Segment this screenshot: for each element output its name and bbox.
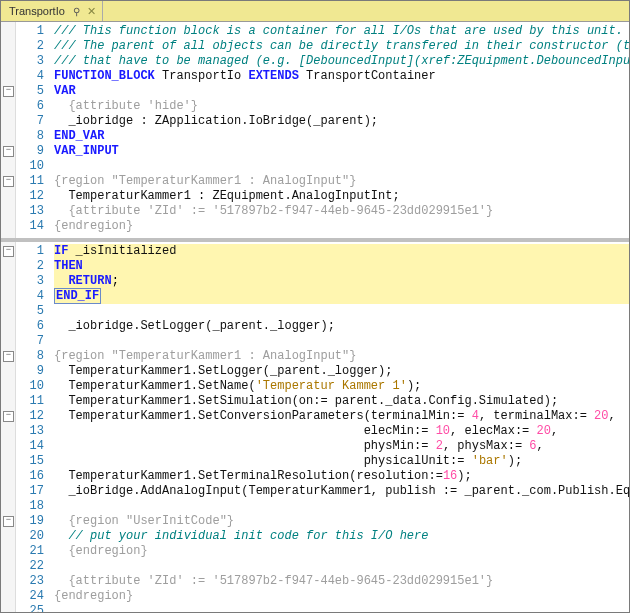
code-line[interactable]: /// This function block is a container f… (54, 24, 629, 39)
code-line[interactable]: _iobridge.SetLogger(_parent._logger); (54, 319, 629, 334)
pin-icon[interactable]: ⚲ (73, 4, 80, 19)
code-line[interactable] (54, 604, 629, 612)
line-number: 6 (16, 319, 44, 334)
code-area-bottom[interactable]: IF _isInitializedTHEN RETURN;END_IF _iob… (48, 242, 629, 612)
fold-toggle-icon[interactable]: − (3, 146, 14, 157)
split-panes: −−− 1234567891011121314 /// This functio… (1, 22, 629, 612)
code-line[interactable]: {attribute 'hide'} (54, 99, 629, 114)
code-line[interactable] (54, 559, 629, 574)
editor-window: TransportIo ⚲ ✕ −−− 1234567891011121314 … (0, 0, 630, 613)
line-number: 13 (16, 204, 44, 219)
code-line[interactable]: {attribute 'ZId' := '517897b2-f947-44eb-… (54, 204, 629, 219)
tab-transportio[interactable]: TransportIo ⚲ ✕ (1, 1, 103, 21)
line-number: 7 (16, 114, 44, 129)
line-number: 24 (16, 589, 44, 604)
code-line[interactable] (54, 499, 629, 514)
tab-bar: TransportIo ⚲ ✕ (1, 1, 629, 22)
line-number: 10 (16, 159, 44, 174)
code-line[interactable]: {region "TemperaturKammer1 : AnalogInput… (54, 174, 629, 189)
code-area-top[interactable]: /// This function block is a container f… (48, 22, 629, 238)
code-line[interactable]: TemperaturKammer1.SetName('Temperatur Ka… (54, 379, 629, 394)
code-line[interactable]: END_VAR (54, 129, 629, 144)
line-gutter-top: 1234567891011121314 (16, 22, 48, 238)
line-number: 3 (16, 54, 44, 69)
line-number: 18 (16, 499, 44, 514)
line-number: 22 (16, 559, 44, 574)
line-number: 9 (16, 144, 44, 159)
fold-toggle-icon[interactable]: − (3, 246, 14, 257)
fold-toggle-icon[interactable]: − (3, 411, 14, 422)
code-line[interactable]: /// The parent of all objects can be dir… (54, 39, 629, 54)
code-line[interactable]: physicalUnit:= 'bar'); (54, 454, 629, 469)
line-number: 1 (16, 244, 44, 259)
line-number: 11 (16, 174, 44, 189)
code-line[interactable]: {endregion} (54, 589, 629, 604)
line-number: 21 (16, 544, 44, 559)
code-line[interactable]: {endregion} (54, 219, 629, 234)
line-number: 9 (16, 364, 44, 379)
code-line[interactable]: THEN (54, 259, 629, 274)
line-number: 1 (16, 24, 44, 39)
line-number: 12 (16, 409, 44, 424)
line-number: 13 (16, 424, 44, 439)
line-number: 14 (16, 439, 44, 454)
code-line[interactable]: TemperaturKammer1.SetSimulation(on:= par… (54, 394, 629, 409)
code-line[interactable] (54, 334, 629, 349)
code-line[interactable]: TemperaturKammer1.SetTerminalResolution(… (54, 469, 629, 484)
line-number: 23 (16, 574, 44, 589)
declaration-pane: −−− 1234567891011121314 /// This functio… (1, 22, 629, 242)
code-line[interactable]: TemperaturKammer1 : ZEquipment.AnalogInp… (54, 189, 629, 204)
code-line[interactable]: TemperaturKammer1.SetLogger(_parent._log… (54, 364, 629, 379)
line-number: 8 (16, 129, 44, 144)
line-number: 19 (16, 514, 44, 529)
fold-toggle-icon[interactable]: − (3, 516, 14, 527)
code-line[interactable]: physMin:= 2, physMax:= 6, (54, 439, 629, 454)
line-number: 4 (16, 289, 44, 304)
line-number: 6 (16, 99, 44, 114)
line-number: 7 (16, 334, 44, 349)
line-number: 16 (16, 469, 44, 484)
line-number: 5 (16, 84, 44, 99)
line-number: 20 (16, 529, 44, 544)
fold-margin[interactable]: −−− (1, 22, 16, 238)
line-gutter-bottom: 1234567891011121314151617181920212223242… (16, 242, 48, 612)
code-line[interactable]: VAR (54, 84, 629, 99)
fold-toggle-icon[interactable]: − (3, 351, 14, 362)
implementation-pane: −−−− 12345678910111213141516171819202122… (1, 242, 629, 612)
fold-margin[interactable]: −−−− (1, 242, 16, 612)
code-line[interactable]: END_IF (54, 289, 629, 304)
code-line[interactable]: VAR_INPUT (54, 144, 629, 159)
line-number: 4 (16, 69, 44, 84)
code-line[interactable]: TemperaturKammer1.SetConversionParameter… (54, 409, 629, 424)
line-number: 15 (16, 454, 44, 469)
line-number: 11 (16, 394, 44, 409)
line-number: 25 (16, 604, 44, 612)
line-number: 17 (16, 484, 44, 499)
close-icon[interactable]: ✕ (86, 5, 98, 17)
code-line[interactable]: {endregion} (54, 544, 629, 559)
code-line[interactable]: // put your individual init code for thi… (54, 529, 629, 544)
line-number: 8 (16, 349, 44, 364)
code-line[interactable]: IF _isInitialized (54, 244, 629, 259)
line-number: 14 (16, 219, 44, 234)
line-number: 12 (16, 189, 44, 204)
code-line[interactable]: {region "UserInitCode"} (54, 514, 629, 529)
line-number: 2 (16, 39, 44, 54)
line-number: 10 (16, 379, 44, 394)
code-line[interactable]: elecMin:= 10, elecMax:= 20, (54, 424, 629, 439)
line-number: 5 (16, 304, 44, 319)
fold-toggle-icon[interactable]: − (3, 86, 14, 97)
line-number: 3 (16, 274, 44, 289)
code-line[interactable]: _iobridge : ZApplication.IoBridge(_paren… (54, 114, 629, 129)
code-line[interactable] (54, 304, 629, 319)
code-line[interactable]: {region "TemperaturKammer1 : AnalogInput… (54, 349, 629, 364)
code-line[interactable]: {attribute 'ZId' := '517897b2-f947-44eb-… (54, 574, 629, 589)
code-line[interactable] (54, 159, 629, 174)
code-line[interactable]: FUNCTION_BLOCK TransportIo EXTENDS Trans… (54, 69, 629, 84)
line-number: 2 (16, 259, 44, 274)
code-line[interactable]: _ioBridge.AddAnalogInput(TemperaturKamme… (54, 484, 629, 499)
code-line[interactable]: /// that have to be managed (e.g. [Debou… (54, 54, 629, 69)
tab-title: TransportIo (9, 4, 65, 19)
fold-toggle-icon[interactable]: − (3, 176, 14, 187)
code-line[interactable]: RETURN; (54, 274, 629, 289)
